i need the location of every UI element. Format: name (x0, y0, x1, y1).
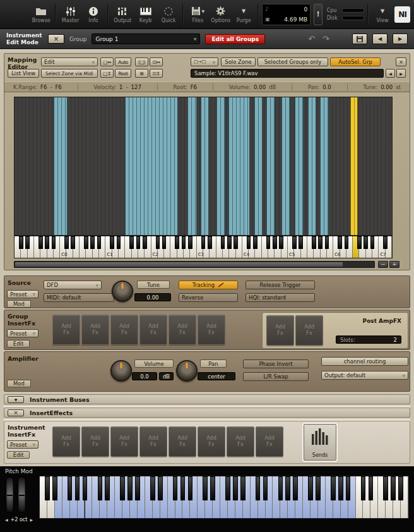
save-button[interactable] (352, 33, 367, 44)
files-button[interactable]: ▼ Files (187, 2, 208, 27)
black-key[interactable] (234, 236, 238, 249)
black-key[interactable] (84, 236, 88, 249)
black-key[interactable] (129, 236, 134, 249)
krange-to[interactable]: F6 (55, 84, 61, 90)
output-menu[interactable]: Output: default▼ (321, 371, 408, 380)
group-fx-slot[interactable]: Add Fx (110, 315, 138, 345)
output-button[interactable]: Output (112, 2, 133, 27)
sample-zone[interactable] (201, 97, 209, 235)
black-key[interactable] (273, 236, 277, 249)
pan-value[interactable]: 0.0 (322, 84, 331, 90)
info-button[interactable]: Info (83, 2, 104, 27)
autoselect-group-button[interactable]: AutoSel. Grp (330, 57, 381, 66)
instrument-fx-slot[interactable]: Add Fx (198, 426, 225, 457)
black-key[interactable] (19, 236, 23, 249)
root-key-tool[interactable]: Root (115, 69, 131, 78)
black-key[interactable] (292, 236, 297, 249)
black-key[interactable] (38, 236, 43, 249)
group-fx-slot[interactable]: Add Fx (139, 315, 167, 345)
post-ampfx-slot[interactable]: Add Fx (266, 315, 294, 346)
group-fx-slot[interactable]: Add Fx (81, 315, 109, 345)
group-fx-edit-tab[interactable]: Edit (7, 340, 30, 348)
keyb-button[interactable]: Keyb (134, 2, 156, 27)
sample-zone[interactable] (228, 97, 250, 235)
edit-all-groups-button[interactable]: Edit all Groups (205, 34, 265, 44)
black-key[interactable] (345, 236, 349, 249)
black-key[interactable] (45, 236, 49, 249)
amp-pan-value[interactable]: center (198, 372, 235, 380)
volume-value[interactable]: 0.00 (254, 84, 266, 90)
master-button[interactable]: Master (59, 2, 81, 27)
inst-fx-edit-tab[interactable]: Edit (7, 451, 30, 459)
reverse-button[interactable]: Reverse▼ (179, 293, 238, 302)
release-trigger-button[interactable]: Release Trigger (245, 281, 315, 289)
engine-mode-menu[interactable]: DFD▼ (44, 281, 102, 289)
scrollbar-handle[interactable] (15, 262, 343, 267)
black-key[interactable] (25, 236, 30, 249)
post-slots-selector[interactable]: Slots: 2 (336, 336, 401, 344)
instrument-fx-slot[interactable]: Add Fx (81, 426, 109, 457)
zone-height-tool[interactable]: □↕ (100, 69, 114, 78)
view-button[interactable]: ▼ View (372, 2, 393, 27)
black-key[interactable] (98, 476, 103, 500)
source-mod-tab[interactable]: Mod (7, 300, 31, 308)
group-fx-slot[interactable]: Add Fx (169, 315, 196, 345)
zoom-in-button[interactable]: + (389, 261, 399, 268)
exit-edit-mode-button[interactable]: × (48, 34, 64, 44)
prev-sample-button[interactable]: ◀ (386, 69, 395, 78)
black-key[interactable] (278, 476, 283, 500)
volume-knob[interactable] (110, 360, 132, 382)
black-key[interactable] (361, 476, 366, 500)
black-key[interactable] (97, 236, 102, 249)
black-key[interactable] (127, 476, 133, 500)
black-key[interactable] (182, 236, 186, 249)
black-key[interactable] (221, 236, 225, 249)
mapping-scrollbar[interactable] (14, 261, 375, 268)
close-mapping-editor-button[interactable]: × (396, 57, 406, 66)
black-key[interactable] (357, 236, 362, 249)
sample-zone[interactable] (187, 97, 197, 235)
black-key[interactable] (263, 476, 268, 500)
black-key[interactable] (162, 236, 167, 249)
amplifier-mod-tab[interactable]: Mod (7, 380, 31, 387)
source-tune-value[interactable]: 0.00 (134, 293, 171, 301)
next-sample-button[interactable]: ▶ (396, 69, 406, 78)
instrument-fx-slot[interactable]: Add Fx (52, 426, 80, 457)
black-key[interactable] (83, 476, 88, 500)
group-fx-preset-menu[interactable]: Preset▼ (7, 329, 38, 337)
black-key[interactable] (383, 476, 388, 500)
black-key[interactable] (225, 476, 230, 500)
sample-zone[interactable] (295, 97, 304, 235)
source-preset-menu[interactable]: Preset▼ (7, 290, 38, 298)
pitch-wheel[interactable] (6, 476, 14, 513)
amp-volume-value[interactable]: 0.0 (132, 372, 157, 380)
black-key[interactable] (338, 236, 342, 249)
options-button[interactable]: Options (210, 2, 232, 27)
edit-menu[interactable]: Edit▼ (41, 57, 98, 66)
black-key[interactable] (105, 476, 110, 500)
purge-button[interactable]: ▼ Purge (233, 2, 254, 27)
root-value[interactable]: F6 (191, 84, 197, 90)
sample-zone[interactable] (125, 97, 178, 235)
tune-value[interactable]: 0.00 (381, 84, 393, 90)
group-fx-slot[interactable]: Add Fx (52, 315, 80, 345)
black-key[interactable] (318, 236, 322, 249)
black-key[interactable] (240, 476, 245, 500)
mapping-grid[interactable] (14, 97, 393, 236)
black-key[interactable] (256, 476, 261, 500)
black-key[interactable] (120, 476, 125, 500)
group-selector[interactable]: Group 1 ▼ (92, 33, 200, 44)
black-key[interactable] (398, 476, 403, 500)
black-key[interactable] (312, 236, 316, 249)
zone-move-tool[interactable]: □→□▼ (191, 57, 218, 66)
sample-zone[interactable] (54, 97, 68, 235)
sample-zone[interactable] (216, 97, 225, 235)
black-key[interactable] (370, 236, 375, 249)
black-key[interactable] (266, 236, 271, 249)
channel-routing-button[interactable]: channel routing (321, 357, 408, 366)
instrument-fx-slot[interactable]: Add Fx (256, 426, 283, 457)
sample-zone[interactable] (266, 97, 275, 235)
black-key[interactable] (233, 476, 238, 500)
list-view-button[interactable]: List View (8, 69, 39, 78)
source-tune-knob[interactable] (112, 281, 133, 302)
